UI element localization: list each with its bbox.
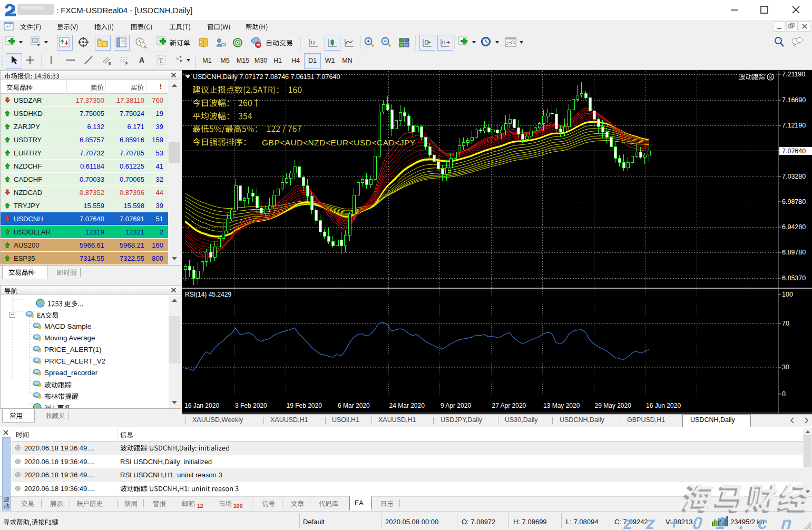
svg-text:T: T	[159, 57, 163, 64]
svg-text:E: E	[109, 62, 111, 65]
svg-text:F: F	[125, 62, 128, 65]
